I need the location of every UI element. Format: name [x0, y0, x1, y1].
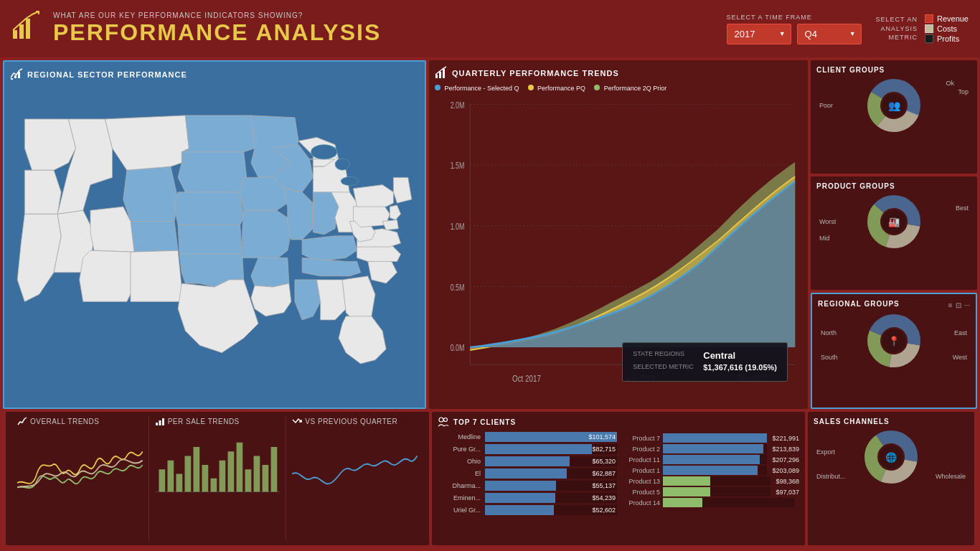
panel-controls: ≡ ⊡ ···	[948, 301, 970, 309]
client-bar-5: $54,239	[485, 493, 617, 503]
state-wa[interactable]	[24, 119, 75, 170]
client-fill-4	[485, 481, 556, 491]
client-name-4: Dharma...	[438, 482, 481, 489]
header-title: PERFORMANCE ANALYSIS	[53, 19, 381, 46]
state-ks[interactable]	[178, 225, 242, 255]
product-fill-6	[663, 498, 702, 507]
svg-rect-9	[443, 69, 445, 78]
dropdowns: 2017 2016 2018 Q4 Q1 Q2 Q3	[727, 24, 862, 44]
product-groups-panel: PRODUCT GROUPS Worst 🏭 Mid Best	[811, 176, 977, 290]
regional-icon	[10, 67, 23, 82]
product-value-5: $97,037	[776, 489, 799, 496]
product-groups-title: PRODUCT GROUPS	[816, 182, 971, 190]
costs-legend-item[interactable]: Costs	[925, 24, 969, 33]
svg-rect-8	[439, 72, 441, 78]
regional-groups-panel: REGIONAL GROUPS ≡ ⊡ ··· North	[811, 293, 977, 409]
overall-trends-label: OVERALL TRENDS	[30, 418, 99, 425]
lake-michigan-shape	[335, 159, 349, 170]
top7-icon	[438, 416, 449, 428]
state-ne[interactable]	[174, 192, 244, 225]
svg-text:0.0M: 0.0M	[451, 343, 465, 353]
per-sale-icon	[155, 416, 165, 426]
product-name-4: Product 13	[620, 478, 660, 485]
client-name-3: El	[438, 470, 481, 477]
list-item: Eminen... $54,239	[438, 493, 617, 503]
product-worst-label: Worst	[819, 218, 836, 225]
product-mid-label: Mid	[819, 235, 830, 242]
client-name-1: Pure Gr...	[438, 446, 481, 453]
legend-dot-pq	[528, 85, 534, 90]
state-ar[interactable]	[251, 258, 289, 287]
client-value-2: $65,320	[592, 456, 616, 466]
state-ny[interactable]	[353, 185, 393, 207]
year-dropdown-wrapper: 2017 2016 2018	[727, 24, 791, 44]
header-controls: SELECT A TIME FRAME 2017 2016 2018 Q4 Q1…	[727, 0, 969, 57]
product-value-3: $203,089	[772, 467, 799, 474]
svg-rect-44	[159, 420, 161, 425]
header-subtitle: WHAT ARE OUR KEY PERFORMANCE INDICATORS …	[53, 11, 381, 19]
bottom-mid-panel: TOP 7 CLIENTS Medline $101,574 Pure Gr..…	[432, 412, 805, 545]
product-bar-0	[663, 433, 767, 443]
list-item: Ohio $65,320	[438, 456, 617, 466]
vs-prev-quarter-section: VS PREVIOUS QUARTER	[286, 416, 423, 541]
regional-sector-title-text: REGIONAL SECTOR PERFORMANCE	[27, 70, 187, 79]
svg-text:0.5M: 0.5M	[451, 282, 465, 292]
state-az[interactable]	[80, 250, 134, 301]
profits-legend-item[interactable]: Profits	[925, 34, 969, 43]
regional-north-label: North	[821, 329, 837, 336]
tooltip-row-region: STATE REGIONS Central	[633, 350, 777, 361]
top7-title-text: TOP 7 CLIENTS	[453, 418, 516, 426]
svg-point-62	[444, 418, 448, 422]
state-or[interactable]	[24, 170, 61, 214]
svg-rect-60	[270, 447, 277, 492]
profits-legend-label: Profits	[937, 34, 959, 43]
regional-east-label: East	[954, 329, 967, 336]
costs-legend-label: Costs	[937, 24, 957, 33]
sales-wholesale-label: Wholesale	[936, 473, 966, 480]
product-fill-1	[663, 444, 763, 453]
analysis-label: ANALYSIS	[876, 24, 918, 34]
panel-menu-icon[interactable]: ≡	[948, 301, 953, 309]
client-bar-6: $52,602	[485, 505, 617, 515]
client-value-3: $62,887	[592, 468, 616, 479]
state-ne-group[interactable]	[393, 177, 411, 203]
client-fill-5	[485, 493, 555, 503]
vs-prev-icon	[292, 416, 302, 426]
state-wy[interactable]	[123, 166, 178, 221]
list-item: Product 14	[620, 498, 799, 507]
state-sd[interactable]	[178, 152, 248, 192]
panel-expand-icon[interactable]: ⊡	[956, 301, 961, 309]
right-column: CLIENT GROUPS Poor 👥 Ok Top	[811, 60, 977, 409]
header: WHAT ARE OUR KEY PERFORMANCE INDICATORS …	[0, 0, 980, 57]
lake-superior	[311, 145, 337, 159]
svg-rect-55	[227, 451, 234, 491]
state-nd[interactable]	[182, 116, 255, 152]
svg-rect-0	[13, 30, 17, 39]
svg-text:1.0M: 1.0M	[451, 222, 465, 232]
svg-rect-2	[26, 19, 30, 39]
client-name-6: Uriel Gr...	[438, 507, 481, 514]
sales-channels-donut: Export 🌐 Distribut... Wholesale	[814, 428, 969, 486]
analysis-metric-block: SELECT AN ANALYSIS METRIC Revenue Costs …	[876, 14, 969, 43]
quarter-dropdown[interactable]: Q4 Q1 Q2 Q3	[797, 24, 862, 44]
client-bar-2: $65,320	[485, 456, 617, 466]
tooltip-region-key: STATE REGIONS	[633, 350, 697, 357]
product-name-6: Product 14	[620, 499, 660, 507]
state-co[interactable]	[131, 221, 178, 252]
per-sale-trends-title: PER SALE TRENDS	[155, 416, 281, 426]
top7-clients-section: TOP 7 CLIENTS Medline $101,574 Pure Gr..…	[438, 416, 617, 541]
client-fill-2	[485, 456, 570, 466]
svg-rect-57	[245, 469, 251, 491]
revenue-legend-item[interactable]: Revenue	[925, 14, 969, 23]
sales-distribut-label: Distribut...	[816, 473, 846, 480]
header-text-block: WHAT ARE OUR KEY PERFORMANCE INDICATORS …	[53, 11, 381, 46]
quarterly-tooltip: STATE REGIONS Central SELECTED METRIC $1…	[622, 342, 788, 382]
year-dropdown[interactable]: 2017 2016 2018	[727, 24, 791, 44]
panel-dots-icon[interactable]: ···	[964, 301, 970, 309]
state-nm[interactable]	[131, 250, 182, 301]
svg-rect-1	[19, 24, 24, 39]
quarter-dropdown-wrapper: Q4 Q1 Q2 Q3	[797, 24, 862, 44]
bottom-row: OVERALL TRENDS PER SALE TRENDS	[3, 412, 977, 548]
svg-rect-4	[14, 75, 17, 78]
regional-groups-donut-svg: 📍	[865, 312, 923, 369]
